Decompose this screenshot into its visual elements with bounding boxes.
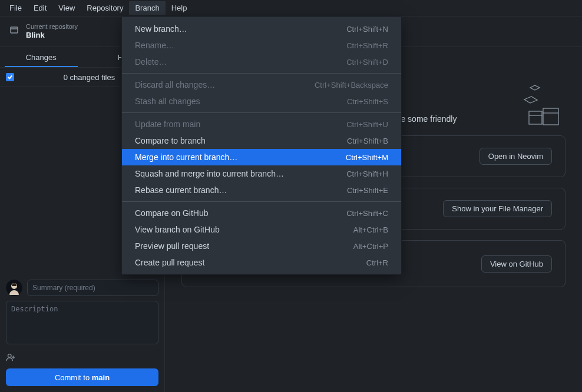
svg-point-4 <box>8 354 11 358</box>
branch-dropdown: New branch…Ctrl+Shift+NRename…Ctrl+Shift… <box>121 16 402 275</box>
avatar <box>6 280 22 296</box>
menu-item-label: Delete… <box>135 57 346 67</box>
summary-input[interactable] <box>27 280 158 296</box>
menu-item-accelerator: Alt+Ctrl+P <box>353 242 388 251</box>
menu-separator <box>122 201 401 202</box>
menu-view[interactable]: View <box>52 1 81 15</box>
commit-button-branch: main <box>92 373 110 382</box>
tab-changes[interactable]: Changes <box>0 47 82 67</box>
menu-item-accelerator: Ctrl+Shift+D <box>346 58 388 67</box>
menu-item-label: Preview pull request <box>135 241 353 251</box>
menu-item-label: Rebase current branch… <box>135 185 347 195</box>
menu-item-label: View branch on GitHub <box>135 225 353 234</box>
menu-item-accelerator: Ctrl+Shift+S <box>347 97 388 106</box>
menu-item[interactable]: Preview pull requestAlt+Ctrl+P <box>122 238 401 254</box>
menu-item-accelerator: Ctrl+Shift+E <box>347 186 388 195</box>
menu-item[interactable]: New branch…Ctrl+Shift+N <box>122 21 401 37</box>
menu-item-accelerator: Ctrl+Shift+H <box>346 170 388 178</box>
menu-item-accelerator: Ctrl+Shift+N <box>346 25 388 34</box>
menu-branch[interactable]: Branch <box>129 1 165 15</box>
menu-item-label: Merge into current branch… <box>135 152 346 162</box>
menu-item-accelerator: Ctrl+Shift+M <box>346 153 388 162</box>
menu-item-accelerator: Ctrl+Shift+R <box>346 41 388 50</box>
view-github-button[interactable]: View on GitHub <box>481 255 552 273</box>
description-input[interactable] <box>6 301 158 344</box>
svg-rect-0 <box>11 27 18 33</box>
menu-file[interactable]: File <box>4 1 28 15</box>
person-plus-icon <box>6 352 15 361</box>
menu-item-label: Update from main <box>135 119 346 129</box>
open-editor-button[interactable]: Open in Neovim <box>480 148 552 165</box>
menu-item: Rename…Ctrl+Shift+R <box>122 37 401 54</box>
menu-item: Stash all changesCtrl+Shift+S <box>122 93 401 109</box>
menu-item-label: New branch… <box>135 24 346 34</box>
menu-item-accelerator: Ctrl+Shift+B <box>347 137 388 145</box>
show-file-manager-button[interactable]: Show in your File Manager <box>443 200 552 217</box>
menu-repository[interactable]: Repository <box>81 1 129 15</box>
menu-item[interactable]: View branch on GitHubAlt+Ctrl+B <box>122 221 401 238</box>
menu-item-accelerator: Ctrl+Shift+U <box>346 120 388 129</box>
menu-item-accelerator: Ctrl+Shift+Backspace <box>315 81 388 89</box>
menu-item[interactable]: Create pull requestCtrl+R <box>122 254 401 271</box>
commit-button-prefix: Commit to <box>55 373 92 382</box>
menu-item: Discard all changes…Ctrl+Shift+Backspace <box>122 77 401 93</box>
menu-item-label: Squash and merge into current branch… <box>135 169 346 178</box>
menu-item-label: Compare to branch <box>135 136 347 145</box>
menu-item[interactable]: Squash and merge into current branch…Ctr… <box>122 165 401 182</box>
repo-label: Current repository <box>26 22 78 31</box>
menu-item-label: Create pull request <box>135 258 366 267</box>
menubar: File Edit View Repository Branch Help <box>0 0 582 16</box>
menu-item-label: Compare on GitHub <box>135 208 346 218</box>
boxes-illustration <box>512 79 571 138</box>
svg-rect-8 <box>543 108 558 125</box>
commit-form: Commit to main <box>0 274 164 392</box>
svg-rect-7 <box>529 111 542 124</box>
repo-icon <box>9 26 19 37</box>
menu-separator <box>122 73 401 74</box>
menu-edit[interactable]: Edit <box>28 1 52 15</box>
menu-item[interactable]: Compare on GitHubCtrl+Shift+C <box>122 205 401 221</box>
repo-name: Blink <box>26 31 78 41</box>
menu-item-label: Rename… <box>135 41 346 50</box>
menu-item: Update from mainCtrl+Shift+U <box>122 116 401 132</box>
menu-item-label: Stash all changes <box>135 97 347 106</box>
select-all-checkbox[interactable] <box>6 73 14 81</box>
menu-item-accelerator: Ctrl+R <box>366 258 388 267</box>
menu-item[interactable]: Compare to branchCtrl+Shift+B <box>122 132 401 149</box>
menu-help[interactable]: Help <box>166 1 193 15</box>
add-coauthor-button[interactable] <box>6 351 158 363</box>
menu-item[interactable]: Merge into current branch…Ctrl+Shift+M <box>122 149 401 165</box>
menu-item-accelerator: Ctrl+Shift+C <box>346 209 388 218</box>
menu-item-accelerator: Alt+Ctrl+B <box>353 225 388 234</box>
menu-item[interactable]: Rebase current branch…Ctrl+Shift+E <box>122 182 401 198</box>
commit-button[interactable]: Commit to main <box>6 368 158 386</box>
menu-separator <box>122 112 401 113</box>
menu-item-label: Discard all changes… <box>135 80 315 89</box>
menu-item: Delete…Ctrl+Shift+D <box>122 54 401 70</box>
